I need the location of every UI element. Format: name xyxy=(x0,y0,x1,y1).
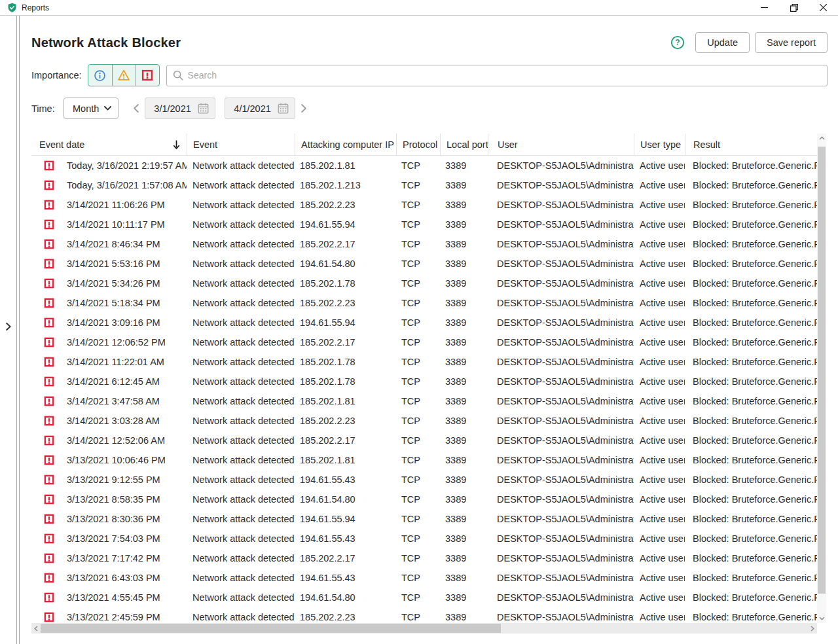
cell-attacking-ip: 185.202.2.23 xyxy=(295,200,396,210)
next-period-button[interactable] xyxy=(295,104,312,113)
cell-protocol: TCP xyxy=(396,514,440,524)
chevron-left-icon xyxy=(34,626,38,632)
table-row[interactable]: 3/14/2021 8:46:34 PM Network attack dete… xyxy=(31,234,817,254)
table-row[interactable]: 3/14/2021 5:34:26 PM Network attack dete… xyxy=(31,274,817,293)
cell-user-type: Active user xyxy=(634,180,685,190)
save-report-button[interactable]: Save report xyxy=(755,32,828,53)
cell-user: DESKTOP-S5JAOL5\Administrator xyxy=(488,278,634,289)
scroll-right-button[interactable] xyxy=(808,623,817,634)
cell-user: DESKTOP-S5JAOL5\Administrator xyxy=(488,298,634,308)
table-row[interactable]: 3/14/2021 5:18:34 PM Network attack dete… xyxy=(31,293,817,313)
table-row[interactable]: 3/14/2021 12:06:52 PM Network attack det… xyxy=(31,332,817,352)
table-row[interactable]: 3/13/2021 4:55:45 PM Network attack dete… xyxy=(31,588,817,607)
cell-attacking-ip: 185.202.2.17 xyxy=(295,435,396,446)
table-row[interactable]: 3/14/2021 6:12:45 AM Network attack dete… xyxy=(31,372,817,391)
cell-attacking-ip: 194.61.54.80 xyxy=(295,592,396,603)
importance-filter-group xyxy=(88,64,160,86)
scroll-down-button[interactable] xyxy=(817,614,826,623)
column-header-user[interactable]: User xyxy=(488,134,634,156)
cell-user-type: Active user xyxy=(634,474,685,485)
column-header-event[interactable]: Event xyxy=(187,134,295,156)
table-row[interactable]: 3/14/2021 10:11:17 PM Network attack det… xyxy=(31,215,817,234)
minimize-icon xyxy=(761,4,768,11)
importance-label: Importance: xyxy=(31,70,82,80)
update-button[interactable]: Update xyxy=(695,32,750,53)
cell-user-type: Active user xyxy=(634,396,685,406)
cell-user-type: Active user xyxy=(634,278,685,289)
critical-icon xyxy=(44,573,54,583)
table-row[interactable]: 3/14/2021 12:52:06 AM Network attack det… xyxy=(31,431,817,450)
chevron-up-icon xyxy=(819,136,825,140)
table-row[interactable]: 3/14/2021 3:47:58 AM Network attack dete… xyxy=(31,391,817,411)
cell-protocol: TCP xyxy=(396,278,440,289)
importance-warning-button[interactable] xyxy=(112,65,136,86)
horizontal-scrollbar[interactable] xyxy=(31,623,817,634)
cell-event: Network attack detected xyxy=(187,533,295,544)
cell-local-port: 3389 xyxy=(440,533,488,544)
table-row[interactable]: 3/13/2021 10:06:46 PM Network attack det… xyxy=(31,450,817,470)
chevron-left-icon xyxy=(134,104,139,113)
table-row[interactable]: 3/14/2021 3:03:28 AM Network attack dete… xyxy=(31,411,817,431)
importance-critical-button[interactable] xyxy=(136,65,159,86)
critical-icon xyxy=(44,160,54,171)
critical-icon xyxy=(44,592,54,603)
cell-protocol: TCP xyxy=(396,219,440,230)
cell-result: Blocked: Bruteforce.Generic.Rd xyxy=(685,219,817,230)
cell-local-port: 3389 xyxy=(440,376,488,387)
importance-info-button[interactable] xyxy=(88,65,112,86)
cell-local-port: 3389 xyxy=(440,612,488,622)
column-header-attacking-ip[interactable]: Attacking computer IP xyxy=(295,134,396,156)
scroll-up-button[interactable] xyxy=(817,134,826,143)
cell-user-type: Active user xyxy=(634,514,685,524)
cell-user-type: Active user xyxy=(634,219,685,230)
cell-attacking-ip: 194.61.54.80 xyxy=(295,259,396,269)
cell-local-port: 3389 xyxy=(440,416,488,426)
previous-period-button[interactable] xyxy=(128,104,145,113)
column-header-protocol[interactable]: Protocol xyxy=(396,134,440,156)
sidebar-expand-button[interactable] xyxy=(3,319,14,334)
column-header-local-port[interactable]: Local port xyxy=(440,134,488,156)
end-date-field[interactable]: 4/1/2021 xyxy=(225,98,295,119)
table-row[interactable]: 3/14/2021 11:22:01 AM Network attack det… xyxy=(31,352,817,372)
cell-event-date: 3/14/2021 11:22:01 AM xyxy=(67,357,187,367)
cell-local-port: 3389 xyxy=(440,514,488,524)
cell-protocol: TCP xyxy=(396,494,440,505)
minimize-button[interactable] xyxy=(750,0,779,15)
table-row[interactable]: 3/14/2021 11:06:26 PM Network attack det… xyxy=(31,195,817,215)
table-row[interactable]: 3/14/2021 3:09:16 PM Network attack dete… xyxy=(31,313,817,332)
cell-protocol: TCP xyxy=(396,553,440,564)
table-row[interactable]: 3/13/2021 9:12:55 PM Network attack dete… xyxy=(31,470,817,490)
help-icon[interactable]: ? xyxy=(670,35,685,50)
column-header-event-date[interactable]: Event date xyxy=(31,134,187,156)
table-row[interactable]: 3/13/2021 7:54:03 PM Network attack dete… xyxy=(31,529,817,548)
horizontal-scrollbar-thumb[interactable] xyxy=(41,624,501,633)
cell-event-date: 3/13/2021 8:58:35 PM xyxy=(67,494,187,505)
table-row[interactable]: Today, 3/16/2021 2:19:57 AM Network atta… xyxy=(31,156,817,175)
close-button[interactable] xyxy=(809,0,838,15)
table-row[interactable]: 3/14/2021 5:53:16 PM Network attack dete… xyxy=(31,254,817,274)
info-icon xyxy=(94,69,106,82)
start-date-field[interactable]: 3/1/2021 xyxy=(145,98,215,119)
cell-event: Network attack detected xyxy=(187,494,295,505)
restore-button[interactable] xyxy=(779,0,809,15)
cell-result: Blocked: Bruteforce.Generic.Rd xyxy=(685,533,817,544)
table-row[interactable]: Today, 3/16/2021 1:57:08 AM Network atta… xyxy=(31,175,817,195)
vertical-scrollbar-thumb[interactable] xyxy=(818,147,826,594)
time-period-dropdown[interactable]: Month xyxy=(64,98,118,119)
table-row[interactable]: 3/13/2021 7:17:42 PM Network attack dete… xyxy=(31,548,817,568)
scroll-left-button[interactable] xyxy=(31,623,41,634)
vertical-scrollbar[interactable] xyxy=(817,134,826,623)
chevron-right-icon xyxy=(301,104,306,113)
cell-user-type: Active user xyxy=(634,553,685,564)
cell-user: DESKTOP-S5JAOL5\Administrator xyxy=(488,396,634,406)
table-row[interactable]: 3/13/2021 8:58:35 PM Network attack dete… xyxy=(31,490,817,509)
cell-local-port: 3389 xyxy=(440,357,488,367)
start-date-value: 3/1/2021 xyxy=(154,103,191,114)
cell-local-port: 3389 xyxy=(440,592,488,603)
table-row[interactable]: 3/13/2021 6:43:03 PM Network attack dete… xyxy=(31,568,817,588)
column-header-result[interactable]: Result xyxy=(685,134,817,156)
table-row[interactable]: 3/13/2021 8:30:36 PM Network attack dete… xyxy=(31,509,817,529)
column-header-user-type[interactable]: User type xyxy=(634,134,685,156)
search-input[interactable] xyxy=(166,65,828,86)
cell-result: Blocked: Bruteforce.Generic.Rd xyxy=(685,298,817,308)
